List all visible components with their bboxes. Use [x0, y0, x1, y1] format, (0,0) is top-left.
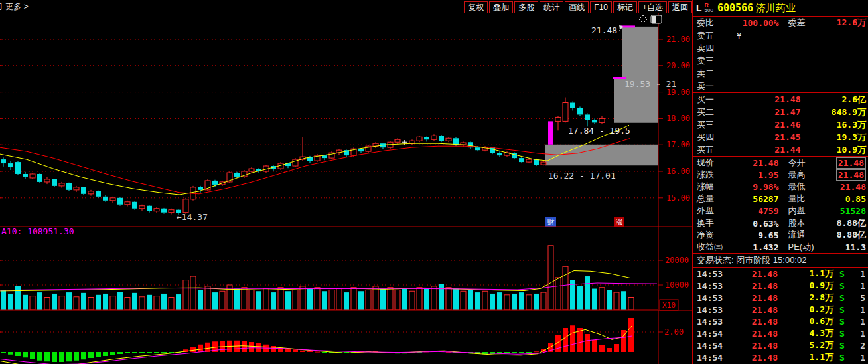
candle-body: [490, 147, 495, 153]
macd-bar: [526, 352, 532, 353]
volume-bar: [8, 294, 13, 310]
volume-bar: [96, 295, 101, 310]
gap-box: [622, 27, 658, 78]
volume-bar: [205, 286, 210, 310]
volume-bar: [271, 292, 276, 310]
macd-bar: [110, 352, 115, 355]
stat-row: 涨跌1.95最高21.48: [693, 169, 868, 181]
volume-bar: [563, 266, 568, 310]
volume-bar: [461, 291, 466, 310]
candle-body: [395, 139, 400, 142]
ask-row: 卖一: [693, 80, 868, 92]
macd-bar: [161, 352, 167, 353]
volume-bar: [585, 276, 590, 310]
candle-body: [212, 181, 218, 185]
toolbar-button-+自选[interactable]: +自选: [638, 1, 667, 13]
kline-chart-area[interactable]: 21.0020.0019.0018.0017.0016.0015.0021.48…: [0, 13, 692, 364]
candle-body: [183, 199, 188, 213]
price-axis-label: 15.00: [666, 193, 690, 203]
bid-row: 买四21.4519.3万: [693, 131, 868, 143]
diamond-icon[interactable]: [639, 15, 647, 23]
candle-body: [132, 202, 137, 209]
candle-body: [417, 137, 422, 141]
candle-body: [66, 183, 72, 190]
volume-bar: [592, 289, 597, 310]
macd-bar: [125, 352, 130, 353]
macd-bar: [52, 352, 57, 362]
toolbar-button-叠加[interactable]: 叠加: [489, 1, 513, 13]
event-marker-label[interactable]: 涨: [616, 218, 623, 227]
tick-row: 14:5421.484.3万S1: [693, 327, 868, 339]
candle-body: [512, 153, 517, 158]
event-marker-label[interactable]: 财: [547, 218, 555, 227]
macd-axis-label: 2.00: [664, 327, 684, 337]
macd-bar: [96, 352, 101, 357]
toolbar-button-标记[interactable]: 标记: [613, 1, 637, 13]
candle-body: [15, 162, 21, 174]
macd-bar: [74, 352, 79, 361]
price-stats: 现价21.48今开21.48涨跌1.95最高21.48涨幅9.98%最低21.4…: [693, 157, 868, 217]
tick-row: 14:5321.480.9万S1: [693, 280, 868, 292]
weibi-value: 100.00%: [735, 18, 779, 28]
fundamental-stats: 换手0.63%股本8.88亿净资9.65流通8.88亿收益㈢1.432PE(动)…: [693, 217, 868, 253]
volume-bar: [453, 289, 459, 310]
candle-body: [592, 120, 597, 122]
bid-row: 买二21.47848.9万: [693, 106, 868, 118]
macd-bar: [81, 352, 86, 359]
candle-body: [8, 163, 13, 167]
macd-bar: [592, 340, 597, 352]
toolbar-button-复权[interactable]: 复权: [464, 1, 488, 13]
volume-bar: [103, 294, 108, 310]
tick-row: 14:5321.482.8万S5: [693, 292, 868, 304]
chart-annotation: 21.48: [591, 25, 617, 35]
candle-body: [577, 108, 583, 114]
toolbar-button-返回[interactable]: 返回: [668, 1, 692, 13]
toolbar-button-统计[interactable]: 统计: [540, 1, 563, 13]
tick-list[interactable]: 14:5321.481.1万S114:5321.480.9万S114:5321.…: [693, 268, 868, 363]
toolbar-button-F10[interactable]: F10: [590, 1, 612, 13]
candle-body: [555, 117, 561, 121]
candle-body: [52, 179, 57, 186]
volume-bar: [358, 291, 364, 310]
toolbar-button-画线[interactable]: 画线: [565, 1, 589, 13]
candle-body: [44, 179, 50, 182]
volume-bar: [278, 288, 283, 310]
macd-bar: [132, 352, 137, 353]
volume-bar: [300, 286, 305, 310]
price-axis-label: 16.00: [666, 167, 690, 176]
volume-bar: [220, 291, 225, 310]
period-more-label[interactable]: 月 更多 >: [0, 1, 29, 13]
volume-bar: [621, 291, 626, 310]
volume-ma-label: A10: 108951.30: [1, 227, 74, 236]
volume-bar: [37, 292, 42, 310]
panel-toggle-icon-fill[interactable]: [652, 16, 656, 23]
macd-layer: [1, 318, 634, 362]
chart-annotation: ←14.37: [177, 212, 208, 222]
candle-body: [424, 137, 429, 139]
stat-row: 收益㈢1.432PE(动)11.3: [693, 241, 868, 253]
candle-body: [519, 158, 524, 162]
macd-bar: [519, 352, 524, 353]
gap-box: [545, 145, 658, 165]
macd-bar: [300, 351, 305, 352]
volume-bar: [161, 294, 167, 310]
macd-bar: [607, 348, 612, 352]
candle-body: [147, 206, 152, 211]
kline-chart-svg[interactable]: 21.0020.0019.0018.0017.0016.0015.0021.48…: [0, 13, 692, 364]
ma-slow-line: [0, 138, 630, 193]
ask-row: 卖三: [693, 54, 868, 67]
stat-row: 换手0.63%股本8.88亿: [693, 217, 868, 229]
candle-body: [110, 198, 115, 201]
volume-bar: [74, 297, 79, 310]
quote-panel: L R 500 600566 济川药业 委比 100.00% 委差 12.6万 …: [692, 0, 868, 364]
macd-bar: [256, 343, 261, 353]
volume-scale-label[interactable]: X10: [662, 301, 676, 310]
macd-bar: [147, 352, 152, 353]
volume-bar: [249, 290, 254, 310]
volume-bar: [190, 276, 196, 310]
toolbar-button-多股[interactable]: 多股: [514, 1, 538, 13]
ask-row: 卖四: [693, 42, 868, 54]
candle-body: [161, 209, 167, 213]
volume-bar: [599, 288, 605, 310]
chart-annotation: 17.84 - 19.5: [568, 126, 630, 136]
